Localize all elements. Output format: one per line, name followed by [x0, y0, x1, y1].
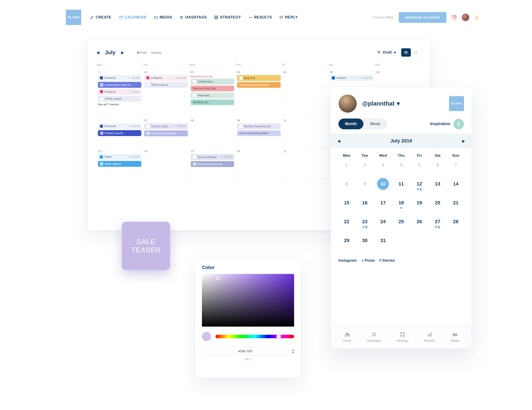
- day-cell[interactable]: 14: [447, 181, 465, 194]
- day-cell[interactable]: 9: [356, 181, 374, 194]
- event-instagram[interactable]: Instagram⏱ 8:00 PM: [144, 75, 188, 81]
- day-cell[interactable]: 8: [338, 181, 356, 194]
- nav-media[interactable]: MEDIA: [154, 15, 172, 19]
- event-lorem[interactable]: Lorem ipsum dolor sit...: [98, 82, 141, 88]
- nav-home[interactable]: Home: [343, 331, 352, 343]
- chevron-up-icon[interactable]: ▲: [292, 349, 294, 351]
- day-cell[interactable]: 16: [356, 200, 374, 213]
- prev-month-button[interactable]: ◀: [338, 139, 340, 143]
- nav-results[interactable]: RESULTS: [248, 15, 272, 19]
- day-cell[interactable]: 6: [428, 162, 447, 175]
- grid-view-button[interactable]: [411, 48, 420, 57]
- calendar-cell[interactable]: 03 Blog Post Growing a small business: [236, 69, 282, 117]
- nav-calendar[interactable]: CALENDAR: [119, 15, 146, 19]
- event-grow[interactable]: Growing a small business: [237, 82, 280, 88]
- saturation-handle[interactable]: [216, 276, 219, 280]
- instagram-icon[interactable]: [452, 15, 456, 20]
- hue-handle[interactable]: [276, 334, 281, 339]
- sale-teaser-card[interactable]: SALETEASER: [122, 222, 170, 270]
- event-product-launch[interactable]: Product Launch: [98, 130, 141, 136]
- day-cell[interactable]: 22: [338, 219, 356, 232]
- filter-dropdown[interactable]: Draft ▾: [377, 50, 396, 55]
- nav-hashtags[interactable]: HASHTAGS: [180, 15, 207, 19]
- event-tiktok[interactable]: TikTok Launch: [144, 82, 188, 88]
- event-shoot[interactable]: Content Shoot⏱ 2:00 PM: [144, 123, 188, 129]
- day-cell[interactable]: 15: [338, 200, 356, 213]
- day-cell[interactable]: 3: [374, 162, 392, 175]
- format-stepper[interactable]: ▲▼: [292, 349, 294, 353]
- event-blog[interactable]: Blog Post: [237, 75, 280, 81]
- day-cell[interactable]: 17: [374, 200, 392, 213]
- day-cell[interactable]: 30: [356, 238, 374, 251]
- day-cell[interactable]: 10: [374, 181, 392, 194]
- calendar-cell[interactable]: 13 Twitter⏱ 2:00 PM twitter release: [96, 148, 143, 179]
- calendar-cell[interactable]: 08: [190, 117, 236, 148]
- profile-avatar[interactable]: [338, 94, 357, 113]
- day-cell[interactable]: 12: [410, 181, 428, 194]
- calendar-cell[interactable]: 06 Facebook⏱ 2:00 PM Product Launch: [96, 117, 143, 148]
- nav-strategy[interactable]: STRATEGY: [214, 15, 241, 19]
- event-twitter[interactable]: Twitter⏱ 2:00 PM: [98, 154, 141, 160]
- event-reels[interactable]: Reels Announcement: [144, 130, 188, 136]
- hue-slider[interactable]: [216, 335, 294, 338]
- upgrade-button[interactable]: UPGRADE ACCOUNT: [399, 12, 446, 23]
- nav-media[interactable]: Media: [451, 331, 459, 343]
- week-tab[interactable]: Week: [363, 119, 387, 129]
- nav-strategy[interactable]: Strategy: [396, 331, 409, 343]
- day-cell[interactable]: 26: [410, 219, 428, 232]
- day-cell[interactable]: 1: [338, 162, 356, 175]
- calendar-cell[interactable]: 16: [236, 148, 282, 179]
- saturation-area[interactable]: [202, 274, 294, 327]
- nav-reply[interactable]: REPLY: [279, 15, 298, 19]
- calendar-cell[interactable]: 01 Instagram⏱ 8:00 PM TikTok Launch: [143, 69, 189, 117]
- day-cell[interactable]: 11: [392, 181, 410, 194]
- calendar-cell[interactable]: 04: [282, 69, 329, 117]
- event-presentation[interactable]: Presentati...: [191, 92, 234, 98]
- event-monthly[interactable]: Monthly Reporting Due: [237, 123, 280, 129]
- day-cell[interactable]: 28: [447, 219, 465, 232]
- calendar-cell[interactable]: 17: [282, 148, 329, 179]
- calendar-cell[interactable]: 10: [282, 117, 329, 148]
- hex-input[interactable]: [202, 347, 289, 355]
- inspiration-button[interactable]: Inspiration: [430, 119, 464, 129]
- day-cell[interactable]: 13: [428, 181, 447, 194]
- day-cell[interactable]: 31: [374, 238, 392, 251]
- nav-results[interactable]: Results: [424, 331, 435, 343]
- event-facebook[interactable]: Facebook⏱ 6:00 PM: [98, 75, 141, 81]
- calendar-cell[interactable]: 31 Facebook⏱ 6:00 PM Lorem ipsum dolor s…: [96, 69, 143, 117]
- event-email[interactable]: Email Campaign⏱ 4:00 PM: [191, 154, 234, 160]
- event-branding[interactable]: Branding 101: [191, 99, 234, 105]
- day-cell[interactable]: 24: [374, 219, 392, 232]
- day-cell[interactable]: 5: [410, 162, 428, 175]
- nav-hashtags[interactable]: Hashtags: [367, 331, 381, 343]
- day-cell[interactable]: 7: [447, 162, 465, 175]
- calendar-cell[interactable]: 15 Email Campaign⏱ 4:00 PM Reels Announc…: [190, 148, 236, 179]
- day-cell[interactable]: 25: [392, 219, 410, 232]
- event-facebook[interactable]: Facebook⏱ 2:00 PM: [98, 123, 141, 129]
- day-cell[interactable]: 21: [447, 200, 465, 213]
- calendar-cell[interactable]: 09 Monthly Reporting Due How to Repurpos…: [236, 117, 282, 148]
- event-reels[interactable]: Reels Announcement: [191, 161, 234, 167]
- event-repurpose[interactable]: How to Repurpose Reels: [237, 130, 280, 136]
- event-tiktok[interactable]: TikTok Launch: [98, 96, 141, 102]
- event-twitter-release[interactable]: twitter release: [98, 161, 141, 167]
- avatar[interactable]: [462, 14, 469, 21]
- day-cell[interactable]: 2: [356, 162, 374, 175]
- day-cell[interactable]: 20: [428, 200, 447, 213]
- event-collaboration[interactable]: Collaboration: [191, 79, 234, 85]
- calendar-cell[interactable]: 14: [143, 148, 189, 179]
- next-month-button[interactable]: ▶: [121, 50, 124, 55]
- day-cell[interactable]: 19: [410, 200, 428, 213]
- day-cell[interactable]: 4: [392, 162, 410, 175]
- username-dropdown[interactable]: @plannthat ▾: [362, 100, 400, 107]
- bell-icon[interactable]: [475, 15, 479, 20]
- calendar-cell[interactable]: 07 Content Shoot⏱ 2:00 PM Reels Announce…: [143, 117, 189, 148]
- day-cell[interactable]: 23: [356, 219, 374, 232]
- next-month-button[interactable]: ▶: [462, 139, 465, 143]
- chevron-down-icon[interactable]: ▼: [292, 351, 294, 353]
- month-tab[interactable]: Month: [338, 119, 363, 129]
- day-cell[interactable]: 29: [338, 238, 356, 251]
- nav-create[interactable]: CREATE: [90, 15, 112, 19]
- day-cell[interactable]: 18: [392, 200, 410, 213]
- list-view-button[interactable]: [401, 48, 411, 57]
